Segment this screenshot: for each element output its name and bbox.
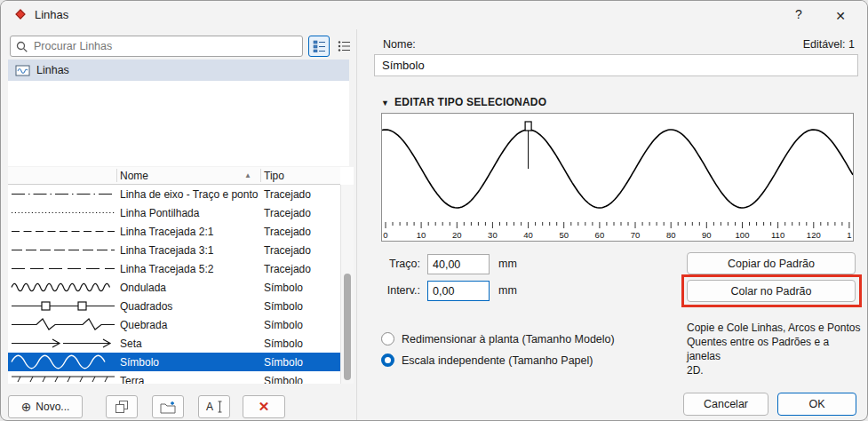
tree-view-icon xyxy=(313,40,326,52)
tree-view-toggle-button[interactable] xyxy=(308,36,330,57)
line-name-cell: Quebrada xyxy=(120,319,167,331)
table-row[interactable]: QuebradaSímbolo xyxy=(8,315,340,334)
svg-text:120: 120 xyxy=(807,230,821,240)
new-folder-button[interactable] xyxy=(152,395,184,418)
line-type-cell: Tracejado xyxy=(264,244,311,257)
duplicate-button[interactable] xyxy=(106,395,138,418)
column-header-tipo[interactable]: Tipo xyxy=(264,170,284,182)
interv-input[interactable] xyxy=(427,281,490,301)
svg-text:80: 80 xyxy=(666,230,676,240)
copiar-do-padrao-button[interactable]: Copiar do Padrão xyxy=(687,252,856,274)
svg-text:110: 110 xyxy=(771,230,784,240)
line-name-cell: Quadrados xyxy=(120,300,172,313)
svg-text:50: 50 xyxy=(559,230,569,240)
traco-label: Traço: xyxy=(378,258,420,270)
line-name-cell: Seta xyxy=(120,338,142,350)
tree-item-linhas[interactable]: Linhas xyxy=(8,60,349,81)
search-input[interactable] xyxy=(34,38,297,54)
radio-circle-icon[interactable] xyxy=(381,353,394,367)
colar-no-padrao-button[interactable]: Colar no Padrão xyxy=(687,280,856,302)
new-folder-icon xyxy=(160,401,176,414)
tree-item-label: Linhas xyxy=(36,64,69,76)
dash-length-handle xyxy=(525,122,531,131)
panel-divider xyxy=(356,29,357,420)
text-cursor-icon xyxy=(218,401,222,413)
rename-icon: A xyxy=(206,401,213,413)
radio-scale-independent[interactable]: Escala independente (Tamanho Papel) xyxy=(381,353,593,367)
line-type-cell: Símbolo xyxy=(264,282,303,294)
close-button[interactable]: ✕ xyxy=(823,4,858,28)
table-row[interactable]: Linha Tracejada 3:1Tracejado xyxy=(8,241,340,259)
title-bar: Linhas ? ✕ xyxy=(1,1,867,29)
line-style-preview xyxy=(10,203,116,222)
line-type-table: Nome ▲ Tipo Linha de eixo - Traço e pont… xyxy=(8,167,354,384)
radio-circle-icon[interactable] xyxy=(381,332,394,346)
line-name-cell: Terra xyxy=(120,375,144,384)
line-type-cell: Símbolo xyxy=(264,300,303,313)
line-style-preview xyxy=(10,353,116,371)
rename-button[interactable]: A xyxy=(198,395,230,418)
linhas-dialog: Linhas ? ✕ Linhas xyxy=(0,0,868,421)
svg-text:0: 0 xyxy=(383,230,387,240)
line-style-preview xyxy=(10,334,116,353)
traco-input[interactable] xyxy=(427,254,490,274)
svg-text:10: 10 xyxy=(417,230,426,240)
cancel-button[interactable]: Cancelar xyxy=(683,393,768,416)
table-row[interactable]: Linha Tracejada 2:1Tracejado xyxy=(8,222,340,241)
folder-tree: Linhas xyxy=(8,60,349,166)
table-row[interactable]: TerraSímbolo xyxy=(8,371,340,384)
svg-text:90: 90 xyxy=(702,230,712,240)
app-diamond-icon xyxy=(15,10,27,21)
sort-ascending-icon: ▲ xyxy=(244,171,251,179)
line-type-cell: Tracejado xyxy=(264,263,311,275)
line-type-cell: Símbolo xyxy=(264,338,303,350)
line-table-body: Linha de eixo - Traço e pontoTracejadoLi… xyxy=(8,185,340,384)
line-name-cell: Linha Tracejada 3:1 xyxy=(120,244,213,257)
delete-button[interactable]: ✕ xyxy=(243,395,285,418)
table-scrollbar[interactable] xyxy=(340,185,354,384)
line-preview-canvas[interactable] xyxy=(381,113,854,223)
window-title: Linhas xyxy=(35,8,68,21)
delete-x-icon: ✕ xyxy=(259,399,270,415)
line-style-preview xyxy=(10,297,116,315)
help-button[interactable]: ? xyxy=(789,7,808,25)
scrollbar-thumb[interactable] xyxy=(344,274,351,380)
interv-unit: mm xyxy=(498,284,517,297)
line-style-preview xyxy=(10,315,116,334)
table-row[interactable]: OnduladaSímbolo xyxy=(8,278,340,297)
line-style-preview xyxy=(10,278,116,297)
search-box xyxy=(10,36,303,57)
column-header-nome[interactable]: Nome xyxy=(120,170,148,182)
table-header[interactable]: Nome ▲ Tipo xyxy=(8,167,340,185)
radio-resize-to-plan[interactable]: Redimensionar à planta (Tamanho Modelo) xyxy=(381,332,615,346)
svg-text:60: 60 xyxy=(595,230,605,240)
wave-preview-graphic xyxy=(382,114,853,222)
lines-folder-icon xyxy=(15,65,30,76)
line-name-cell: Linha Pontilhada xyxy=(120,207,199,219)
table-row[interactable]: Linha Tracejada 5:2Tracejado xyxy=(8,259,340,278)
section-header-edit-selected-type[interactable]: ▼EDITAR TIPO SELECIONADO xyxy=(381,96,546,108)
line-name-cell: Linha Tracejada 2:1 xyxy=(120,226,213,238)
line-name-cell: Linha Tracejada 5:2 xyxy=(120,263,213,275)
ok-button[interactable]: OK xyxy=(777,393,856,416)
table-row[interactable]: SetaSímbolo xyxy=(8,334,340,353)
line-type-cell: Símbolo xyxy=(264,375,303,384)
line-type-cell: Tracejado xyxy=(264,226,311,238)
line-type-cell: Símbolo xyxy=(264,356,303,369)
table-row[interactable]: Linha PontilhadaTracejado xyxy=(8,203,340,222)
column-divider xyxy=(116,169,117,182)
table-row[interactable]: QuadradosSímbolo xyxy=(8,297,340,315)
line-name-cell: Símbolo xyxy=(120,356,159,369)
name-input[interactable] xyxy=(374,54,858,76)
table-row[interactable]: SímboloSímbolo xyxy=(8,353,340,371)
line-type-cell: Tracejado xyxy=(264,207,311,219)
line-name-cell: Ondulada xyxy=(120,282,166,294)
radio-scale-label: Escala independente (Tamanho Papel) xyxy=(402,354,593,367)
list-view-toggle-button[interactable] xyxy=(333,36,354,57)
svg-text:1: 1 xyxy=(847,230,851,240)
collapse-triangle-icon: ▼ xyxy=(381,99,389,107)
new-line-button[interactable]: ⊕ Novo... xyxy=(8,395,83,418)
svg-text:30: 30 xyxy=(488,230,498,240)
table-row[interactable]: Linha de eixo - Traço e pontoTracejado xyxy=(8,185,340,203)
line-name-cell: Linha de eixo - Traço e ponto xyxy=(120,188,258,201)
